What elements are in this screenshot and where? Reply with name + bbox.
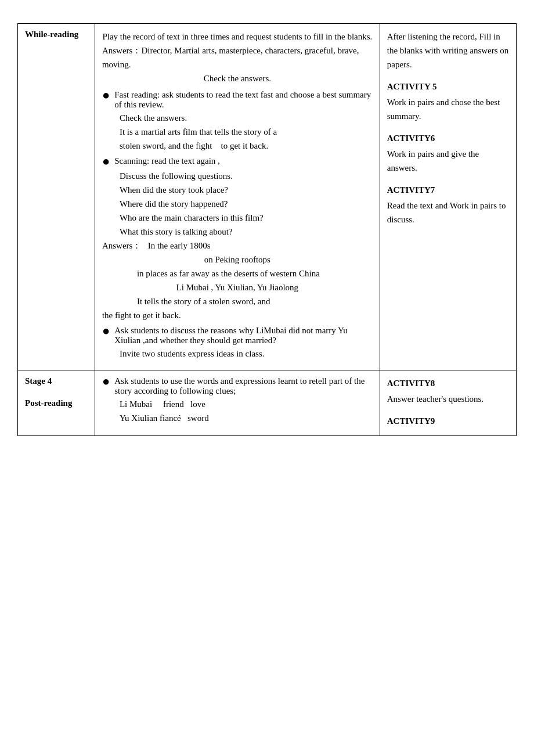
line-peking: on Peking rooftops bbox=[102, 253, 373, 267]
line-fight: the fight to get it back. bbox=[102, 308, 373, 322]
post-reading-label: Post-reading bbox=[25, 398, 88, 408]
activity-block-7: ACTIVITY7 Read the text and Work in pair… bbox=[387, 185, 509, 226]
stage4-label: Stage 4 bbox=[25, 376, 88, 386]
bullet-icon-2: ● bbox=[102, 155, 110, 168]
lesson-table: While-reading Play the record of text in… bbox=[17, 23, 517, 436]
line-tells: It tells the story of a stolen sword, an… bbox=[102, 294, 373, 308]
activity8-title: ACTIVITY8 bbox=[387, 379, 509, 388]
activity6-title: ACTIVITY6 bbox=[387, 134, 509, 143]
table-row-post-reading: Stage 4 Post-reading ● Ask students to u… bbox=[18, 370, 517, 436]
post-bullet-text-1: Ask students to use the words and expres… bbox=[114, 376, 373, 396]
line-limubai: Li Mubai , Yu Xiulian, Yu Jiaolong bbox=[102, 280, 373, 294]
stage-label: While-reading bbox=[25, 30, 78, 39]
line-check2: Check the answers. bbox=[120, 111, 373, 125]
bullet-block-3: ● Ask students to discuss the reasons wh… bbox=[102, 326, 373, 361]
line-invite: Invite two students express ideas in cla… bbox=[120, 347, 373, 361]
sub-scanning: Discuss the following questions. When di… bbox=[120, 169, 373, 239]
main-content-while-reading: Play the record of text in three times a… bbox=[95, 24, 380, 370]
activity6-text: Work in pairs and give the answers. bbox=[387, 147, 509, 175]
activity-block-9: ACTIVITY9 bbox=[387, 416, 509, 426]
bullet-text-1: Fast reading: ask students to read the t… bbox=[114, 90, 373, 110]
page: While-reading Play the record of text in… bbox=[0, 0, 534, 756]
post-sub: Li Mubai friend love Yu Xiulian fiancé s… bbox=[120, 397, 373, 425]
line-play: Play the record of text in three times a… bbox=[102, 30, 373, 44]
line-check: Check the answers. bbox=[102, 71, 373, 85]
bullet-block-1: ● Fast reading: ask students to read the… bbox=[102, 90, 373, 153]
activity-while-reading: After listening the record, Fill in the … bbox=[380, 24, 516, 370]
activity-block-listening: After listening the record, Fill in the … bbox=[387, 30, 509, 71]
main-content-post-reading: ● Ask students to use the words and expr… bbox=[95, 370, 380, 436]
post-bullet-1: ● Ask students to use the words and expr… bbox=[102, 376, 373, 425]
bullet-text-2: Scanning: read the text again , bbox=[114, 156, 373, 166]
activity-block-5: ACTIVITY 5 Work in pairs and chose the b… bbox=[387, 82, 509, 123]
activity5-title: ACTIVITY 5 bbox=[387, 82, 509, 92]
line-who: Who are the main characters in this film… bbox=[120, 211, 373, 225]
stage-while-reading: While-reading bbox=[18, 24, 95, 370]
sub-invite: Invite two students express ideas in cla… bbox=[120, 347, 373, 361]
activity5-text: Work in pairs and chose the best summary… bbox=[387, 95, 509, 123]
stage-post-reading: Stage 4 Post-reading bbox=[18, 370, 95, 436]
post-bullet-icon-1: ● bbox=[102, 375, 110, 388]
table-row-while-reading: While-reading Play the record of text in… bbox=[18, 24, 517, 370]
activity8-text: Answer teacher's questions. bbox=[387, 392, 509, 406]
bullet-icon-1: ● bbox=[102, 89, 110, 102]
line-yuxiulian: Yu Xiulian fiancé sword bbox=[120, 411, 373, 425]
line-limubai2: Li Mubai friend love bbox=[120, 397, 373, 411]
line-martialarts: It is a martial arts film that tells the… bbox=[120, 125, 373, 139]
activity7-text: Read the text and Work in pairs to discu… bbox=[387, 199, 509, 226]
line-discuss: Discuss the following questions. bbox=[120, 169, 373, 183]
bullet-text-3: Ask students to discuss the reasons why … bbox=[114, 326, 373, 345]
line-deserts: in places as far away as the deserts of … bbox=[102, 267, 373, 280]
activity-post-reading: ACTIVITY8 Answer teacher's questions. AC… bbox=[380, 370, 516, 436]
activity-block-6: ACTIVITY6 Work in pairs and give the ans… bbox=[387, 134, 509, 175]
line-what: What this story is talking about? bbox=[120, 225, 373, 239]
sub-check: Check the answers. It is a martial arts … bbox=[120, 111, 373, 153]
line-when: When did the story took place? bbox=[120, 183, 373, 197]
activity7-title: ACTIVITY7 bbox=[387, 185, 509, 195]
line-stolen: stolen sword, and the fight to get it ba… bbox=[120, 139, 373, 153]
activity-block-8: ACTIVITY8 Answer teacher's questions. bbox=[387, 379, 509, 406]
top-section: Play the record of text in three times a… bbox=[102, 30, 373, 85]
bullet-icon-3: ● bbox=[102, 325, 110, 337]
activity9-title: ACTIVITY9 bbox=[387, 416, 509, 426]
line-where: Where did the story happened? bbox=[120, 197, 373, 211]
activity-listening-text: After listening the record, Fill in the … bbox=[387, 30, 509, 71]
bullet-block-2: ● Scanning: read the text again , Discus… bbox=[102, 156, 373, 322]
line-answers: Answers：Director, Martial arts, masterpi… bbox=[102, 44, 373, 71]
line-answers2: Answers： In the early 1800s bbox=[102, 239, 373, 253]
